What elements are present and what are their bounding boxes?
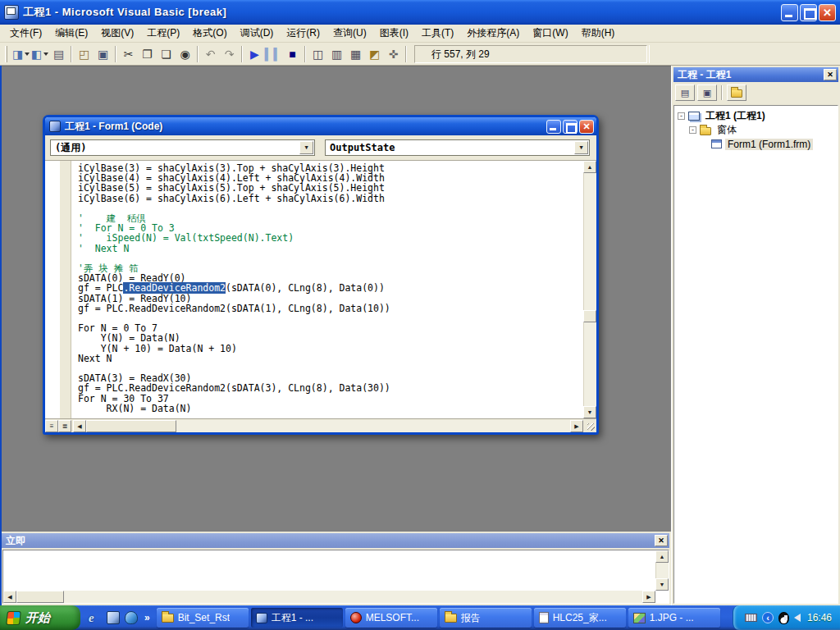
paste-icon[interactable]: ❏ bbox=[157, 45, 176, 63]
menu-item-6[interactable]: 运行(R) bbox=[280, 24, 326, 43]
code-close-button[interactable] bbox=[579, 120, 594, 134]
taskbar-button-0[interactable]: Bit_Set_Rst bbox=[157, 608, 249, 628]
menu-item-1[interactable]: 编辑(E) bbox=[48, 24, 94, 43]
procedure-combobox[interactable]: OutputState bbox=[325, 139, 590, 156]
taskbar-button-3[interactable]: 报告 bbox=[440, 608, 532, 628]
volume-tray-icon[interactable] bbox=[794, 614, 801, 622]
doc-icon bbox=[539, 612, 549, 623]
scrollbar-thumb[interactable] bbox=[16, 591, 64, 603]
tree-item-1[interactable]: -窗体 bbox=[676, 123, 836, 137]
scroll-right-icon[interactable]: ▶ bbox=[570, 420, 583, 432]
vb-icon bbox=[256, 613, 267, 623]
code-minimize-button[interactable] bbox=[546, 120, 561, 134]
maximize-button[interactable] bbox=[800, 4, 817, 21]
menu-item-8[interactable]: 图表(I) bbox=[373, 24, 415, 43]
redo-icon: ↷ bbox=[220, 45, 239, 63]
immediate-horizontal-scrollbar[interactable]: ◀ ▶ bbox=[3, 591, 655, 603]
view-code-button[interactable]: ▤ bbox=[675, 84, 695, 101]
project-panel-close-icon[interactable]: ✕ bbox=[824, 69, 837, 80]
scroll-down-icon[interactable]: ▼ bbox=[655, 578, 669, 591]
pause-icon[interactable]: ▍▍ bbox=[264, 45, 283, 63]
full-module-view-button[interactable]: ≣ bbox=[58, 420, 71, 432]
menu-item-0[interactable]: 文件(F) bbox=[3, 24, 48, 43]
view-object-button[interactable]: ▣ bbox=[697, 84, 717, 101]
find-icon[interactable]: ◉ bbox=[176, 45, 194, 63]
immediate-titlebar[interactable]: 立即 ✕ bbox=[2, 533, 669, 548]
code-window[interactable]: 工程1 - Form1 (Code) (通用) OutputState iCyl… bbox=[43, 115, 599, 435]
dropdown-caret-icon[interactable] bbox=[25, 52, 30, 56]
start-button[interactable]: 开始 bbox=[0, 605, 80, 630]
project-panel-title: 工程 - 工程1 bbox=[678, 68, 731, 82]
menu-editor-icon[interactable]: ▤ bbox=[49, 45, 68, 63]
code-editor[interactable]: iCylBase(3) = shaCylAxis(3).Top + shaCyl… bbox=[71, 161, 583, 418]
quick-launch-overflow-icon[interactable]: » bbox=[144, 612, 150, 623]
menu-item-5[interactable]: 调试(D) bbox=[234, 24, 281, 43]
taskbar-button-2[interactable]: MELSOFT... bbox=[345, 608, 437, 628]
toolbar-grip[interactable] bbox=[5, 46, 7, 62]
scroll-up-icon[interactable]: ▲ bbox=[655, 550, 669, 563]
add-form-icon[interactable]: ◧ bbox=[30, 45, 49, 63]
stop-icon[interactable]: ■ bbox=[283, 45, 302, 63]
ie-icon[interactable]: e bbox=[89, 611, 102, 624]
scroll-left-icon[interactable]: ◀ bbox=[73, 420, 86, 432]
menu-item-2[interactable]: 视图(V) bbox=[94, 24, 140, 43]
menu-item-10[interactable]: 外接程序(A) bbox=[460, 24, 526, 43]
dropdown-caret-icon[interactable] bbox=[43, 52, 48, 56]
messenger-icon[interactable] bbox=[125, 611, 138, 624]
procedure-view-button[interactable]: ≡ bbox=[45, 420, 58, 432]
minimize-button[interactable] bbox=[781, 4, 798, 21]
tree-expander-icon[interactable]: - bbox=[678, 112, 685, 120]
properties-window-icon[interactable]: ▥ bbox=[327, 45, 346, 63]
project-explorer-icon[interactable]: ◫ bbox=[308, 45, 327, 63]
run-icon[interactable]: ▶ bbox=[245, 45, 264, 63]
scroll-up-icon[interactable]: ▲ bbox=[583, 161, 596, 173]
taskbar-button-4[interactable]: HLC25_家... bbox=[534, 608, 626, 628]
tree-item-2[interactable]: Form1 (Form1.frm) bbox=[676, 137, 836, 151]
taskbar-button-1[interactable]: 工程1 - ... bbox=[251, 608, 343, 628]
menu-item-11[interactable]: 窗口(W) bbox=[526, 24, 574, 43]
code-window-titlebar[interactable]: 工程1 - Form1 (Code) bbox=[45, 117, 596, 135]
toolbar-separator bbox=[721, 85, 723, 100]
menu-item-9[interactable]: 工具(T) bbox=[415, 24, 460, 43]
combo-dropdown-icon[interactable] bbox=[299, 141, 313, 154]
copy-icon[interactable]: ❐ bbox=[138, 45, 157, 63]
taskbar-clock[interactable]: 16:46 bbox=[807, 612, 832, 623]
window-title: 工程1 - Microsoft Visual Basic [break] bbox=[23, 5, 226, 20]
open-project-icon[interactable]: ◰ bbox=[75, 45, 94, 63]
resize-grip[interactable] bbox=[583, 419, 596, 432]
close-button[interactable] bbox=[819, 4, 836, 21]
project-panel-titlebar[interactable]: 工程 - 工程1 ✕ bbox=[673, 67, 838, 82]
keyboard-tray-icon[interactable] bbox=[745, 614, 757, 622]
object-combobox[interactable]: (通用) bbox=[50, 139, 315, 156]
toggle-folders-button[interactable] bbox=[727, 84, 746, 101]
immediate-content[interactable]: ▲ ▼ ◀ ▶ bbox=[2, 550, 669, 604]
menu-item-12[interactable]: 帮助(H) bbox=[575, 24, 622, 43]
scroll-left-icon[interactable]: ◀ bbox=[3, 591, 16, 603]
taskbar-button-5[interactable]: 1.JPG - ... bbox=[628, 608, 720, 628]
immediate-close-icon[interactable]: ✕ bbox=[655, 535, 668, 546]
code-maximize-button[interactable] bbox=[563, 120, 578, 134]
combo-dropdown-icon[interactable] bbox=[574, 141, 588, 154]
scrollbar-thumb[interactable] bbox=[583, 310, 596, 322]
code-vertical-scrollbar[interactable]: ▲ ▼ bbox=[583, 161, 596, 418]
scroll-down-icon[interactable]: ▼ bbox=[583, 406, 596, 418]
object-browser-icon[interactable]: ◩ bbox=[365, 45, 384, 63]
toolbox-icon[interactable]: ✜ bbox=[384, 45, 403, 63]
tree-expander-icon[interactable]: - bbox=[689, 126, 696, 134]
cut-icon[interactable]: ✂ bbox=[119, 45, 138, 63]
scroll-right-icon[interactable]: ▶ bbox=[642, 591, 655, 603]
menu-item-4[interactable]: 格式(O) bbox=[186, 24, 233, 43]
menu-item-7[interactable]: 查询(U) bbox=[326, 24, 373, 43]
tree-item-0[interactable]: -工程1 (工程1) bbox=[676, 109, 836, 123]
project-tree[interactable]: -工程1 (工程1)-窗体Form1 (Form1.frm) bbox=[673, 105, 838, 604]
language-bar-icon[interactable]: ‹ bbox=[762, 612, 774, 623]
immediate-vertical-scrollbar[interactable]: ▲ ▼ bbox=[655, 550, 669, 591]
code-horizontal-scrollbar[interactable]: ◀ ▶ bbox=[73, 420, 583, 432]
show-desktop-icon[interactable] bbox=[107, 611, 120, 624]
image-icon bbox=[633, 613, 646, 623]
menu-item-3[interactable]: 工程(P) bbox=[140, 24, 186, 43]
add-project-icon[interactable]: ◨ bbox=[11, 45, 30, 63]
save-project-icon[interactable]: ▣ bbox=[94, 45, 112, 63]
form-layout-icon[interactable]: ▦ bbox=[346, 45, 365, 63]
scrollbar-thumb[interactable] bbox=[86, 420, 176, 432]
